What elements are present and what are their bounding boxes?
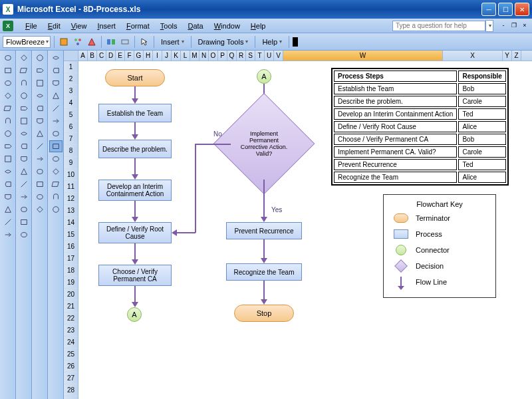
shape-define[interactable]: Define / Verify Root Cause: [98, 222, 172, 243]
shape-tool-icon[interactable]: [33, 115, 47, 127]
shape-tool-icon[interactable]: [33, 90, 47, 102]
shape-tool-icon[interactable]: [49, 191, 63, 203]
row-header[interactable]: 29: [64, 396, 78, 399]
shape-tool-icon[interactable]: [33, 65, 47, 76]
menu-tools[interactable]: Tools: [155, 21, 183, 31]
help-search-input[interactable]: [392, 21, 485, 31]
menu-insert[interactable]: Insert: [92, 21, 121, 31]
help-dropdown-toolbar[interactable]: Help: [259, 35, 285, 49]
shape-tool-icon[interactable]: [17, 52, 31, 64]
shape-tool-icon[interactable]: [49, 115, 63, 127]
shape-tool-icon[interactable]: [49, 90, 63, 102]
menu-edit[interactable]: Edit: [43, 21, 66, 31]
shape-tool-icon[interactable]: [33, 166, 47, 178]
help-dropdown[interactable]: [485, 20, 493, 32]
shape-tool-icon[interactable]: [33, 203, 47, 215]
shape-tool-icon[interactable]: [17, 90, 31, 102]
table-row[interactable]: Choose / Verify Permanent CABob: [334, 134, 506, 145]
shape-tool-icon[interactable]: [33, 52, 47, 64]
row-header[interactable]: 19: [64, 277, 78, 289]
col-header[interactable]: A: [78, 51, 88, 61]
shape-tool-icon[interactable]: [17, 128, 31, 140]
row-header[interactable]: 3: [64, 85, 78, 97]
shape-tool-icon[interactable]: [49, 166, 63, 178]
shape-develop[interactable]: Develop an Interim Containment Action: [98, 180, 172, 201]
shape-connector-a[interactable]: A: [127, 307, 142, 322]
col-header[interactable]: G: [134, 51, 144, 61]
shape-tool-icon[interactable]: [17, 77, 31, 89]
col-header[interactable]: X: [443, 51, 503, 61]
flowbreeze-combo[interactable]: FlowBreeze: [3, 36, 51, 48]
menu-help[interactable]: Help: [245, 21, 271, 31]
row-header[interactable]: 13: [64, 205, 78, 217]
tool-icon-5[interactable]: [119, 36, 131, 48]
menu-file[interactable]: File: [20, 21, 43, 31]
shape-tool-icon[interactable]: [49, 178, 63, 190]
spreadsheet[interactable]: ABCDEFGHIJKLMNOPQRSTUVWXYZ 1234567891011…: [64, 51, 532, 399]
shape-tool-icon[interactable]: [33, 128, 47, 140]
drawing-tools-dropdown[interactable]: Drawing Tools: [195, 35, 252, 49]
shape-tool-icon[interactable]: [33, 140, 47, 152]
col-header[interactable]: S: [246, 51, 255, 61]
menu-view[interactable]: View: [66, 21, 92, 31]
col-header[interactable]: E: [116, 51, 125, 61]
row-header[interactable]: 7: [64, 133, 78, 145]
col-header[interactable]: H: [144, 51, 153, 61]
col-header[interactable]: D: [106, 51, 116, 61]
shape-tool-icon[interactable]: [49, 153, 63, 165]
table-row[interactable]: Establish the TeamBob: [334, 83, 506, 94]
row-header[interactable]: 25: [64, 348, 78, 360]
table-row[interactable]: Implement Permanent CA. Valid?Carole: [334, 146, 506, 158]
shape-tool-icon[interactable]: [17, 178, 31, 190]
row-header[interactable]: 23: [64, 325, 78, 336]
col-header[interactable]: P: [218, 51, 227, 61]
shape-tool-icon[interactable]: [1, 128, 15, 140]
shape-tool-icon[interactable]: [33, 153, 47, 165]
shape-tool-icon[interactable]: [1, 90, 15, 102]
shape-tool-icon[interactable]: [49, 140, 63, 152]
shape-tool-icon[interactable]: [1, 140, 15, 152]
tool-icon-2[interactable]: [72, 36, 84, 48]
row-header[interactable]: 17: [64, 253, 78, 265]
col-header[interactable]: O: [209, 51, 218, 61]
shape-describe[interactable]: Describe the problem.: [98, 140, 172, 158]
row-header[interactable]: 24: [64, 336, 78, 348]
doc-minimize-button[interactable]: -: [499, 22, 508, 30]
tool-icon-3[interactable]: [86, 36, 98, 48]
row-header[interactable]: 18: [64, 265, 78, 277]
col-header[interactable]: T: [255, 51, 265, 61]
col-header[interactable]: J: [162, 51, 172, 61]
row-header[interactable]: 8: [64, 145, 78, 157]
shape-recognize[interactable]: Recognize the Team: [226, 263, 302, 281]
row-header[interactable]: 16: [64, 241, 78, 253]
shape-establish[interactable]: Establish the Team: [98, 104, 172, 122]
col-header[interactable]: V: [274, 51, 283, 61]
shape-tool-icon[interactable]: [49, 203, 63, 215]
col-header[interactable]: Z: [512, 51, 521, 61]
insert-dropdown[interactable]: Insert: [158, 35, 188, 49]
row-header[interactable]: 5: [64, 109, 78, 121]
row-header[interactable]: 26: [64, 360, 78, 372]
shape-tool-icon[interactable]: [49, 77, 63, 89]
row-header[interactable]: 14: [64, 217, 78, 229]
maximize-button[interactable]: ☐: [498, 3, 513, 16]
shape-tool-icon[interactable]: [17, 115, 31, 127]
shape-choose[interactable]: Choose / Verify Permanent CA: [98, 265, 172, 286]
shape-tool-icon[interactable]: [1, 115, 15, 127]
table-row[interactable]: Define / Verify Root CauseAlice: [334, 121, 506, 132]
row-headers[interactable]: 1234567891011121314151617181920212223242…: [64, 61, 78, 399]
shape-tool-icon[interactable]: [1, 191, 15, 203]
shape-decision[interactable]: Implement Permanent Corrective Action. V…: [228, 108, 300, 180]
shape-tool-icon[interactable]: [17, 203, 31, 215]
shape-tool-icon[interactable]: [1, 52, 15, 64]
col-header[interactable]: M: [190, 51, 200, 61]
select-all-corner[interactable]: [64, 51, 78, 61]
toolbar-end-icon[interactable]: [293, 37, 298, 47]
shape-start[interactable]: Start: [105, 69, 165, 86]
row-header[interactable]: 22: [64, 313, 78, 325]
table-row[interactable]: Describe the problem.Carole: [334, 96, 506, 107]
shape-tool-icon[interactable]: [49, 128, 63, 140]
col-header[interactable]: C: [97, 51, 106, 61]
shape-stop[interactable]: Stop: [234, 305, 294, 322]
col-header[interactable]: N: [200, 51, 209, 61]
